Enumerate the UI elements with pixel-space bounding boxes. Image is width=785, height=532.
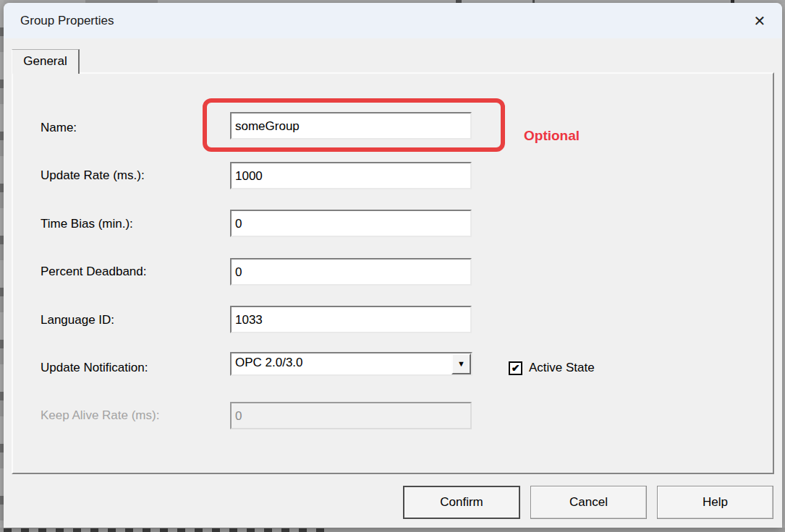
time-bias-label: Time Bias (min.): bbox=[41, 217, 133, 233]
active-state-checkbox[interactable]: ✔ bbox=[509, 361, 522, 375]
confirm-button[interactable]: Confirm bbox=[403, 486, 520, 519]
active-state-label: Active State bbox=[529, 361, 595, 375]
update-notification-label: Update Notification: bbox=[41, 361, 148, 377]
help-button[interactable]: Help bbox=[657, 486, 773, 519]
percent-deadband-input[interactable] bbox=[230, 258, 472, 286]
optional-annotation: Optional bbox=[524, 128, 580, 144]
update-notification-dropdown[interactable]: OPC 2.0/3.0 ▼ bbox=[230, 352, 472, 376]
group-properties-dialog: Group Properties ✕ General Name: Optiona… bbox=[4, 3, 782, 528]
active-state-checkbox-row[interactable]: ✔ Active State bbox=[509, 361, 595, 375]
checkmark-icon: ✔ bbox=[512, 363, 520, 373]
dialog-title: Group Properties bbox=[20, 3, 114, 38]
language-id-input[interactable] bbox=[230, 306, 472, 333]
time-bias-input[interactable] bbox=[230, 210, 472, 237]
chevron-down-icon[interactable]: ▼ bbox=[451, 353, 471, 374]
tab-general[interactable]: General bbox=[12, 49, 80, 74]
keep-alive-rate-input bbox=[230, 402, 472, 429]
dropdown-selected-value: OPC 2.0/3.0 bbox=[235, 356, 303, 370]
name-input[interactable] bbox=[230, 112, 472, 140]
cancel-button[interactable]: Cancel bbox=[530, 486, 647, 519]
keep-alive-rate-label: Keep Alive Rate (ms): bbox=[41, 408, 159, 424]
update-rate-input[interactable] bbox=[230, 162, 472, 189]
name-label: Name: bbox=[41, 121, 77, 137]
background-window-text-artifact bbox=[4, 528, 333, 532]
close-icon[interactable]: ✕ bbox=[749, 11, 771, 31]
language-id-label: Language ID: bbox=[41, 313, 114, 329]
titlebar[interactable]: Group Properties ✕ bbox=[4, 3, 782, 38]
percent-deadband-label: Percent Deadband: bbox=[41, 265, 147, 280]
update-rate-label: Update Rate (ms.): bbox=[41, 168, 145, 184]
